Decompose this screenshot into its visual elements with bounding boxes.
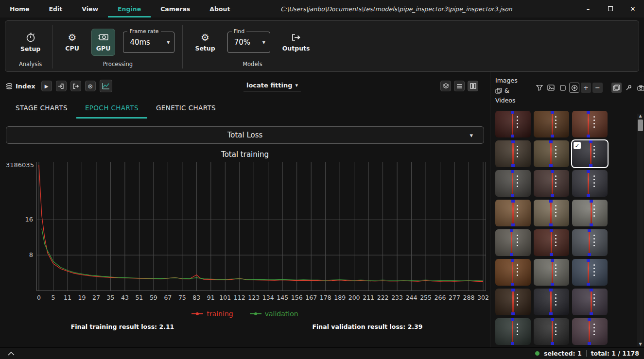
pipe-seam-line (552, 318, 553, 345)
thumbnail-menu-dots-icon[interactable] (593, 205, 595, 206)
thumbnail-checkbox[interactable]: ✓ (574, 142, 581, 149)
thumbnail-scrollbar[interactable]: ▲ ▼ (637, 114, 644, 346)
outputs-button[interactable]: Outputs (278, 29, 314, 55)
thumbnail[interactable] (572, 229, 608, 256)
fitting-dropdown[interactable]: locate fitting ▾ (244, 81, 301, 91)
thumbnail-menu-dots-icon[interactable] (593, 146, 595, 147)
menu-item-about[interactable]: About (200, 0, 240, 17)
tab-stage-charts[interactable]: STAGE CHARTS (7, 97, 76, 119)
thumbnail-menu-dots-icon[interactable] (555, 324, 557, 325)
import-button[interactable] (56, 81, 67, 91)
thumbnail-menu-dots-icon[interactable] (555, 116, 557, 118)
gpu-button[interactable]: GPU (91, 29, 116, 56)
camera-button[interactable] (636, 83, 644, 93)
thumbnail-menu-dots-icon[interactable] (517, 146, 518, 147)
thumbnail[interactable] (495, 140, 531, 167)
index-label: Index (16, 83, 35, 90)
thumbnail-menu-dots-icon[interactable] (555, 235, 557, 236)
thumbnail[interactable] (495, 259, 531, 286)
thumbnail[interactable] (572, 111, 608, 137)
thumbnail[interactable] (495, 289, 531, 315)
find-select[interactable]: Find 70% ▾ (227, 32, 270, 53)
thumbnail[interactable] (572, 170, 608, 197)
thumbnail-selected[interactable]: ✓ (572, 140, 608, 167)
cpu-button[interactable]: ⚙ CPU (61, 29, 84, 55)
thumbnail-menu-dots-icon[interactable] (517, 294, 518, 295)
thumbnail[interactable] (534, 111, 569, 137)
gallery-button[interactable] (611, 83, 622, 93)
menu-item-home[interactable]: Home (0, 0, 39, 17)
thumbnail-menu-dots-icon[interactable] (555, 294, 557, 295)
list-view-button[interactable] (454, 81, 465, 91)
thumbnail[interactable] (495, 111, 531, 137)
loss-metric-select[interactable]: Total Loss ▾ (6, 126, 484, 144)
thumbnail[interactable] (534, 170, 569, 197)
thumbnail-menu-dots-icon[interactable] (517, 116, 518, 118)
thumbnail-menu-dots-icon[interactable] (555, 175, 557, 177)
maximize-button[interactable] (599, 0, 622, 17)
thumbnail[interactable] (495, 170, 531, 197)
add-marker-button[interactable] (569, 83, 579, 93)
thumbnail[interactable] (534, 289, 569, 315)
thumbnail-menu-dots-icon[interactable] (517, 235, 518, 236)
minimize-button[interactable]: – (577, 0, 599, 17)
chart-view-button[interactable] (100, 80, 112, 92)
thumbnail-menu-dots-icon[interactable] (517, 264, 518, 266)
thumbnail-menu-dots-icon[interactable] (593, 175, 595, 177)
thumbnail-menu-dots-icon[interactable] (593, 324, 595, 325)
thumbnail[interactable] (534, 140, 569, 167)
select-mode-button[interactable] (557, 83, 568, 93)
thumbnail-menu-dots-icon[interactable] (555, 264, 557, 266)
thumbnail[interactable] (495, 229, 531, 256)
legend-item-validation[interactable]: validation (250, 310, 298, 318)
thumbnail-menu-dots-icon[interactable] (593, 294, 595, 295)
thumbnail[interactable] (572, 259, 608, 286)
thumbnail-menu-dots-icon[interactable] (555, 205, 557, 206)
stack-view-button[interactable] (440, 81, 451, 91)
scroll-down-icon[interactable]: ▼ (639, 342, 642, 346)
zoom-in-button[interactable]: + (581, 83, 591, 93)
thumbnail[interactable] (572, 289, 608, 315)
outputs-label: Outputs (282, 45, 310, 52)
pin-button[interactable] (624, 83, 634, 93)
image-filter-button[interactable] (546, 83, 556, 93)
x-axis-label: 19 (78, 294, 86, 301)
cancel-button[interactable]: ⊗ (85, 81, 96, 91)
status-right: selected: 1 total: 1 / 1178 (535, 350, 639, 357)
grid-view-button[interactable] (468, 81, 478, 91)
legend-item-training[interactable]: training (191, 310, 233, 318)
thumbnail-menu-dots-icon[interactable] (517, 175, 518, 177)
analysis-setup-button[interactable]: Setup (16, 29, 45, 56)
thumbnail-menu-dots-icon[interactable] (555, 146, 557, 147)
thumbnail-menu-dots-icon[interactable] (593, 116, 595, 118)
thumbnail[interactable] (495, 318, 531, 345)
thumbnail[interactable] (534, 229, 569, 256)
scroll-up-icon[interactable]: ▲ (639, 114, 642, 118)
scrollbar-thumb[interactable] (638, 120, 643, 131)
thumbnail-menu-dots-icon[interactable] (517, 205, 518, 206)
pipe-seam-line (512, 318, 513, 345)
menu-item-cameras[interactable]: Cameras (151, 0, 200, 17)
thumbnail[interactable] (534, 259, 569, 286)
thumbnail-menu-dots-icon[interactable] (593, 235, 595, 236)
filter-button[interactable] (534, 83, 544, 93)
close-button[interactable]: ✕ (622, 0, 644, 17)
thumbnail-menu-dots-icon[interactable] (517, 324, 518, 325)
export-button[interactable] (70, 81, 81, 91)
thumbnail[interactable] (572, 318, 608, 345)
thumbnail-menu-dots-icon[interactable] (593, 264, 595, 266)
menu-item-edit[interactable]: Edit (39, 0, 72, 17)
menu-item-engine[interactable]: Engine (108, 0, 151, 17)
play-button[interactable]: ▶ (41, 81, 52, 91)
zoom-out-button[interactable]: − (592, 83, 603, 93)
tab-epoch-charts[interactable]: EPOCH CHARTS (76, 97, 147, 119)
tab-genetic-charts[interactable]: GENETIC CHARTS (147, 97, 225, 119)
thumbnail[interactable] (534, 318, 569, 345)
expand-chevron-icon[interactable] (8, 352, 15, 356)
menu-item-view[interactable]: View (72, 0, 108, 17)
thumbnail[interactable] (495, 200, 531, 226)
thumbnail[interactable] (572, 200, 608, 226)
models-setup-button[interactable]: ⚙ Setup (191, 29, 219, 55)
frame-rate-select[interactable]: Frame rate 40ms ▾ (123, 32, 174, 53)
thumbnail[interactable] (534, 200, 569, 226)
